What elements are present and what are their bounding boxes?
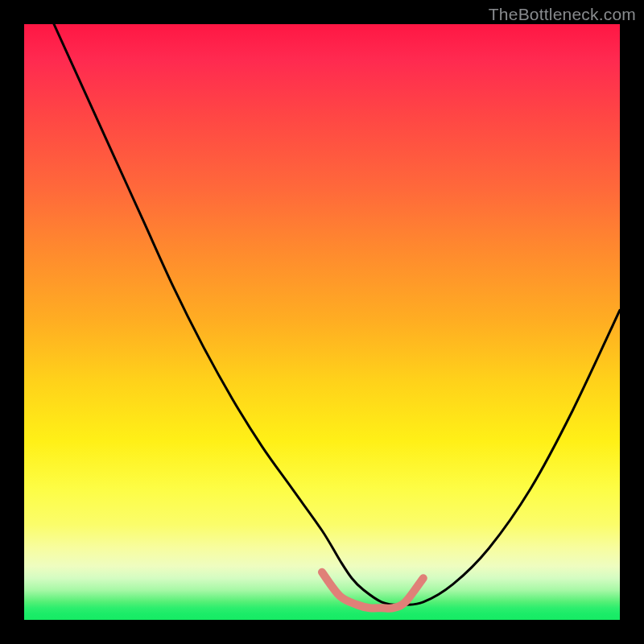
chart-svg <box>24 24 620 620</box>
chart-plot-area <box>24 24 620 620</box>
black-curve-path <box>54 24 620 605</box>
watermark-text: TheBottleneck.com <box>489 5 636 24</box>
chart-frame: TheBottleneck.com <box>0 0 644 644</box>
pink-ideal-zone-path <box>322 572 423 609</box>
